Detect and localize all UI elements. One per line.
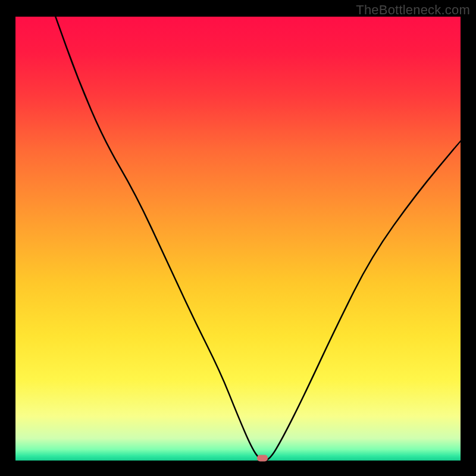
optimum-marker (257, 455, 268, 461)
watermark-text: TheBottleneck.com (356, 2, 470, 18)
chart-plot-area (15, 17, 461, 461)
chart-svg (15, 17, 461, 461)
chart-background-gradient (15, 17, 461, 461)
chart-frame: TheBottleneck.com (0, 0, 476, 476)
